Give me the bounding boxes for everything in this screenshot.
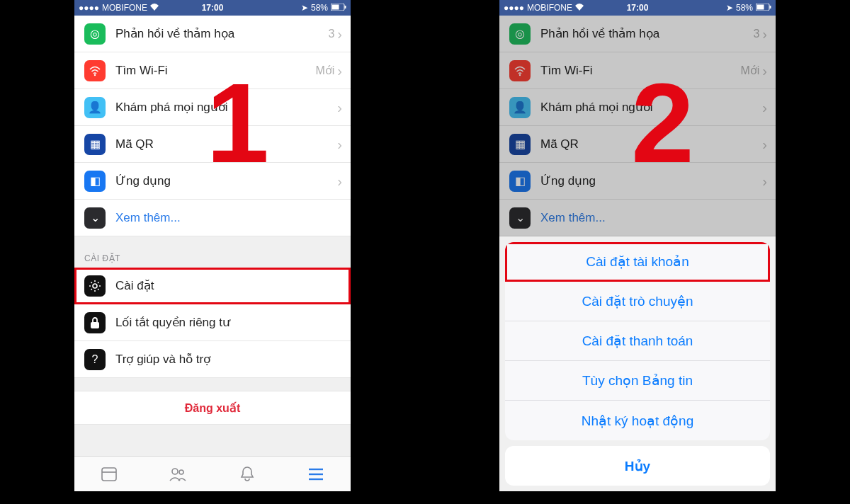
battery-label: 58% <box>311 3 328 13</box>
phone-screenshot-1: ●●●● MOBIFONE 17:00 ➤ 58% ◎ Phản hồi về … <box>74 0 351 491</box>
as-cancel-button[interactable]: Hủy <box>505 446 770 486</box>
bottom-tab-bar <box>74 456 351 491</box>
battery-label: 58% <box>736 3 753 13</box>
row-qr-code: ▦ Mã QR › <box>499 126 776 163</box>
tab-menu[interactable] <box>307 465 325 483</box>
action-sheet: Cài đặt tài khoản Cài đặt trò chuyện Cài… <box>505 242 770 486</box>
status-bar: ●●●● MOBIFONE 17:00 ➤ 58% <box>74 0 351 16</box>
section-header-settings: CÀI ĐẶT <box>74 236 351 268</box>
chevron-down-icon: ⌄ <box>509 207 531 229</box>
chevron-right-icon: › <box>337 137 342 151</box>
carrier-label: MOBIFONE <box>102 3 147 13</box>
row-discover-people: 👤 Khám phá mọi người › <box>499 89 776 126</box>
signal-icon: ●●●● <box>504 3 524 13</box>
cube-icon: ◧ <box>509 171 531 192</box>
wifi-square-icon <box>509 60 531 81</box>
svg-point-4 <box>93 284 97 288</box>
menu-list-dimmed: ◎ Phản hồi về thảm họa 3› Tìm Wi-Fi Mới›… <box>499 16 776 236</box>
tab-notifications[interactable] <box>238 465 256 483</box>
settings-list: Cài đặt Lối tắt quyền riêng tư ? Trợ giú… <box>74 268 351 378</box>
cube-icon: ◧ <box>84 171 106 192</box>
row-qr-code[interactable]: ▦ Mã QR › <box>74 126 351 163</box>
menu-list: ◎ Phản hồi về thảm họa 3› Tìm Wi-Fi Mới›… <box>74 16 351 236</box>
as-chat-settings[interactable]: Cài đặt trò chuyện <box>505 282 770 321</box>
as-account-settings[interactable]: Cài đặt tài khoản <box>505 242 770 282</box>
chevron-right-icon: › <box>337 64 342 78</box>
qr-icon: ▦ <box>509 134 531 155</box>
row-help-support[interactable]: ? Trợ giúp và hỗ trợ <box>74 341 351 378</box>
disaster-icon: ◎ <box>509 23 531 45</box>
row-find-wifi[interactable]: Tìm Wi-Fi Mới› <box>74 52 351 89</box>
qr-icon: ▦ <box>84 134 106 155</box>
clock-label: 17:00 <box>202 3 224 13</box>
phone-screenshot-2: ●●●● MOBIFONE 17:00 ➤ 58% ◎ Phản hồi về … <box>499 0 776 491</box>
chevron-right-icon: › <box>337 101 342 115</box>
svg-rect-14 <box>757 5 764 10</box>
people-icon: 👤 <box>84 97 106 118</box>
chevron-down-icon: ⌄ <box>84 207 106 229</box>
svg-point-8 <box>172 469 178 474</box>
row-discover-people[interactable]: 👤 Khám phá mọi người › <box>74 89 351 126</box>
svg-point-16 <box>519 74 521 75</box>
row-find-wifi: Tìm Wi-Fi Mới› <box>499 52 776 89</box>
chevron-right-icon: › <box>337 174 342 188</box>
clock-label: 17:00 <box>627 3 649 13</box>
status-bar: ●●●● MOBIFONE 17:00 ➤ 58% <box>499 0 776 16</box>
location-icon: ➤ <box>301 3 308 13</box>
tab-feed[interactable] <box>100 465 118 483</box>
row-apps[interactable]: ◧ Ứng dụng › <box>74 163 351 200</box>
action-sheet-group: Cài đặt tài khoản Cài đặt trò chuyện Cài… <box>505 242 770 440</box>
svg-rect-6 <box>102 468 116 481</box>
battery-icon <box>756 3 771 13</box>
svg-rect-5 <box>91 322 99 328</box>
signal-icon: ●●●● <box>79 3 99 13</box>
svg-point-9 <box>179 470 183 474</box>
svg-rect-15 <box>770 6 771 8</box>
row-see-more: ⌄ Xem thêm... <box>499 200 776 236</box>
help-icon: ? <box>84 349 106 370</box>
as-newsfeed-options[interactable]: Tùy chọn Bảng tin <box>505 361 770 401</box>
logout-button[interactable]: Đăng xuất <box>74 391 351 425</box>
disaster-icon: ◎ <box>84 23 106 45</box>
svg-rect-2 <box>345 6 346 8</box>
svg-point-3 <box>94 74 96 75</box>
wifi-icon <box>575 3 584 13</box>
row-settings[interactable]: Cài đặt <box>74 268 351 304</box>
row-see-more[interactable]: ⌄ Xem thêm... <box>74 200 351 236</box>
as-payment-settings[interactable]: Cài đặt thanh toán <box>505 321 770 361</box>
people-icon: 👤 <box>509 97 531 118</box>
lock-icon <box>84 312 106 333</box>
row-privacy-shortcut[interactable]: Lối tắt quyền riêng tư <box>74 304 351 341</box>
row-disaster-response: ◎ Phản hồi về thảm họa 3› <box>499 16 776 52</box>
carrier-label: MOBIFONE <box>527 3 572 13</box>
as-activity-log[interactable]: Nhật ký hoạt động <box>505 401 770 440</box>
tab-friends[interactable] <box>169 465 187 483</box>
wifi-square-icon <box>84 60 106 81</box>
location-icon: ➤ <box>726 3 733 13</box>
row-apps: ◧ Ứng dụng › <box>499 163 776 200</box>
battery-icon <box>331 3 346 13</box>
wifi-icon <box>150 3 159 13</box>
row-disaster-response[interactable]: ◎ Phản hồi về thảm họa 3› <box>74 16 351 52</box>
svg-rect-1 <box>332 5 339 10</box>
chevron-right-icon: › <box>337 27 342 41</box>
gear-icon <box>84 275 106 297</box>
